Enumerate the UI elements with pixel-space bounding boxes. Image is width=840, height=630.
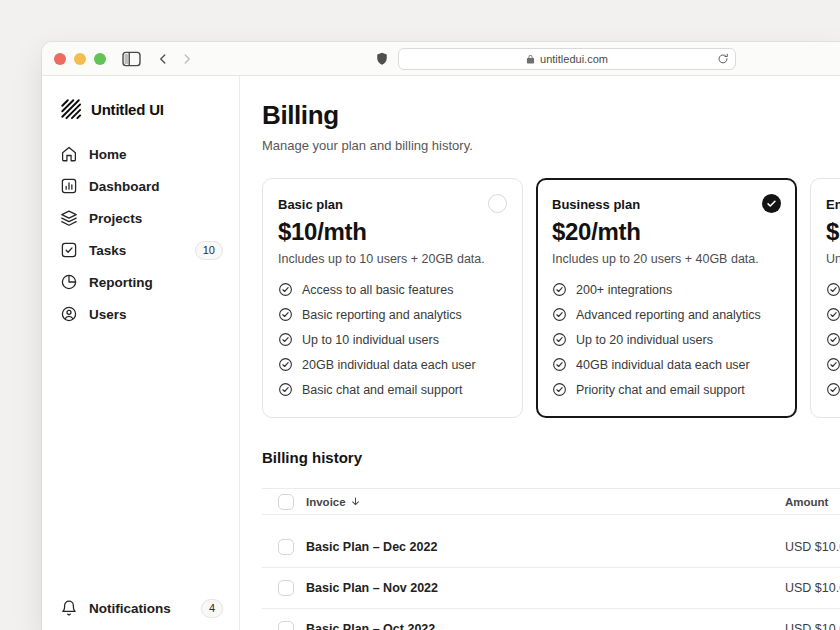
row-checkbox[interactable]: [278, 580, 294, 596]
table-row[interactable]: Basic Plan – Oct 2022 USD $10.00: [262, 609, 840, 630]
plan-description: Includes up to 10 users + 20GB data.: [278, 252, 507, 266]
amount-cell: USD $10.00: [785, 622, 840, 630]
check-circle-icon: [826, 382, 840, 397]
check-circle-icon: [278, 282, 293, 297]
sidebar-item-tasks[interactable]: Tasks 10: [42, 234, 239, 266]
check-circle-icon: [552, 332, 567, 347]
logo: Untitled UI: [42, 96, 239, 122]
address-bar[interactable]: untitledui.com: [398, 48, 736, 70]
sidebar-item-label: Notifications: [89, 601, 171, 616]
window-body: Untitled UI Home Dashboard Projects Task…: [42, 76, 840, 630]
plan-name: Ent: [826, 194, 840, 212]
plan-feature: Basic chat and email support: [278, 382, 507, 397]
zoom-window-button[interactable]: [94, 53, 106, 65]
invoice-column-label: Invoice: [306, 496, 346, 508]
projects-icon: [60, 209, 78, 227]
plan-feature: Up to 10 individual users: [278, 332, 507, 347]
plan-card-ent[interactable]: Ent $ Unl: [810, 178, 840, 418]
plan-radio[interactable]: [488, 194, 507, 213]
shield-icon[interactable]: [376, 52, 388, 66]
amount-cell: USD $10.00: [785, 540, 840, 554]
sidebar-item-label: Home: [89, 147, 127, 162]
sidebar-item-projects[interactable]: Projects: [42, 202, 239, 234]
url-text: untitledui.com: [540, 53, 608, 65]
select-all-checkbox[interactable]: [278, 494, 294, 510]
forward-icon[interactable]: [181, 53, 193, 65]
sidebar: Untitled UI Home Dashboard Projects Task…: [42, 76, 240, 630]
browser-toolbar: untitledui.com: [42, 42, 840, 76]
untitled-ui-logo-icon: [60, 98, 82, 120]
sidebar-item-label: Reporting: [89, 275, 153, 290]
sidebar-item-label: Tasks: [89, 243, 126, 258]
table-row[interactable]: Basic Plan – Dec 2022 USD $10.00: [262, 527, 840, 568]
main-content: Billing Manage your plan and billing his…: [240, 76, 840, 630]
plan-price: $10/mth: [278, 218, 507, 246]
plan-feature: [826, 307, 840, 322]
plan-feature: [826, 357, 840, 372]
close-window-button[interactable]: [54, 53, 66, 65]
plan-feature: Advanced reporting and analytics: [552, 307, 781, 322]
sort-down-icon: [350, 496, 361, 507]
plan-feature-label: Basic chat and email support: [302, 383, 463, 397]
plan-card-header: Ent: [826, 194, 840, 213]
logo-text: Untitled UI: [91, 101, 164, 118]
amount-column-header: Amount: [785, 496, 828, 508]
plan-price: $: [826, 218, 840, 246]
sidebar-item-label: Dashboard: [89, 179, 160, 194]
billing-table: Invoice Amount Basic Plan – Dec 2022 USD…: [262, 488, 840, 630]
amount-cell: USD $10.00: [785, 581, 840, 595]
check-circle-icon: [278, 357, 293, 372]
sidebar-item-dashboard[interactable]: Dashboard: [42, 170, 239, 202]
sidebar-nav: Home Dashboard Projects Tasks 10 Reporti…: [42, 138, 239, 330]
check-circle-icon: [552, 282, 567, 297]
plan-feature: Up to 20 individual users: [552, 332, 781, 347]
plan-card-business-plan[interactable]: Business plan $20/mth Includes up to 20 …: [536, 178, 797, 418]
plan-card-header: Business plan: [552, 194, 781, 213]
plan-feature-label: Up to 20 individual users: [576, 333, 713, 347]
plan-card-basic-plan[interactable]: Basic plan $10/mth Includes up to 10 use…: [262, 178, 523, 418]
plan-feature-label: Up to 10 individual users: [302, 333, 439, 347]
plan-feature: Access to all basic features: [278, 282, 507, 297]
invoice-column-header[interactable]: Invoice: [306, 496, 361, 508]
row-checkbox[interactable]: [278, 621, 294, 630]
billing-table-body: Basic Plan – Dec 2022 USD $10.00 Basic P…: [262, 527, 840, 630]
invoice-cell: Basic Plan – Dec 2022: [306, 540, 437, 554]
plan-feature: Basic reporting and analytics: [278, 307, 507, 322]
check-circle-icon: [826, 332, 840, 347]
plan-description: Unl: [826, 252, 840, 266]
sidebar-item-home[interactable]: Home: [42, 138, 239, 170]
billing-history-title: Billing history: [262, 449, 840, 466]
plan-card-header: Basic plan: [278, 194, 507, 213]
plan-features: 200+ integrations Advanced reporting and…: [552, 282, 781, 397]
plan-feature-label: Access to all basic features: [302, 283, 453, 297]
sidebar-item-notifications[interactable]: Notifications 4: [42, 592, 239, 624]
billing-table-header: Invoice Amount: [262, 488, 840, 515]
sidebar-item-label: Projects: [89, 211, 142, 226]
row-checkbox[interactable]: [278, 539, 294, 555]
sidebar-item-label: Users: [89, 307, 127, 322]
users-icon: [60, 305, 78, 323]
billing-history-section: Billing history Invoice Amount Basic Pla…: [262, 449, 840, 630]
sidebar-toggle-icon[interactable]: [122, 51, 141, 67]
plan-features: Access to all basic features Basic repor…: [278, 282, 507, 397]
sidebar-spacer: [42, 330, 239, 592]
plan-name: Business plan: [552, 194, 640, 212]
check-circle-icon: [278, 332, 293, 347]
check-circle-icon: [278, 307, 293, 322]
plan-feature-label: Basic reporting and analytics: [302, 308, 462, 322]
check-circle-icon: [826, 357, 840, 372]
plan-feature: 40GB individual data each user: [552, 357, 781, 372]
refresh-icon[interactable]: [717, 53, 729, 65]
plan-feature: Priority chat and email support: [552, 382, 781, 397]
sidebar-item-reporting[interactable]: Reporting: [42, 266, 239, 298]
plan-price: $20/mth: [552, 218, 781, 246]
plan-feature-label: Priority chat and email support: [576, 383, 745, 397]
minimize-window-button[interactable]: [74, 53, 86, 65]
tasks-icon: [60, 241, 78, 259]
plan-feature: [826, 382, 840, 397]
back-icon[interactable]: [157, 53, 169, 65]
table-row[interactable]: Basic Plan – Nov 2022 USD $10.00: [262, 568, 840, 609]
sidebar-item-users[interactable]: Users: [42, 298, 239, 330]
plan-radio-checked[interactable]: [762, 194, 781, 213]
invoice-cell: Basic Plan – Oct 2022: [306, 622, 435, 630]
